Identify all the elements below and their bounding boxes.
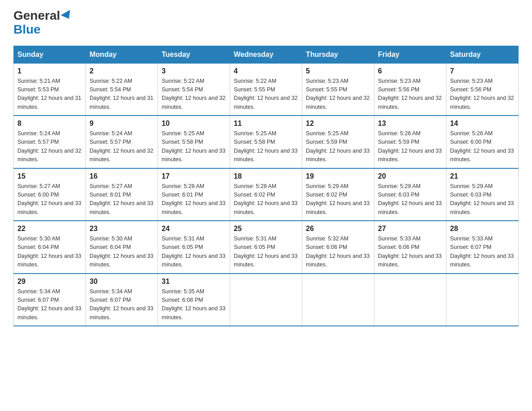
day-number: 8 <box>17 120 82 128</box>
weekday-header-friday: Friday <box>374 46 446 63</box>
weekday-header-sunday: Sunday <box>14 46 86 63</box>
calendar-cell: 6 Sunrise: 5:23 AMSunset: 5:56 PMDayligh… <box>374 63 446 116</box>
calendar-cell: 29 Sunrise: 5:34 AMSunset: 6:07 PMDaylig… <box>14 274 86 326</box>
calendar-cell: 18 Sunrise: 5:28 AMSunset: 6:02 PMDaylig… <box>230 168 302 221</box>
day-info: Sunrise: 5:35 AMSunset: 6:08 PMDaylight:… <box>162 288 225 321</box>
calendar-cell: 28 Sunrise: 5:33 AMSunset: 6:07 PMDaylig… <box>446 221 519 274</box>
day-info: Sunrise: 5:23 AMSunset: 5:55 PMDaylight:… <box>306 78 369 110</box>
calendar-cell <box>374 274 446 326</box>
calendar-cell: 4 Sunrise: 5:22 AMSunset: 5:55 PMDayligh… <box>230 63 302 116</box>
calendar-cell: 21 Sunrise: 5:29 AMSunset: 6:03 PMDaylig… <box>446 168 519 221</box>
day-info: Sunrise: 5:24 AMSunset: 5:57 PMDaylight:… <box>17 130 81 163</box>
calendar-cell: 23 Sunrise: 5:30 AMSunset: 6:04 PMDaylig… <box>86 221 158 274</box>
day-number: 15 <box>17 172 82 180</box>
weekday-header-tuesday: Tuesday <box>158 46 230 63</box>
calendar-cell: 10 Sunrise: 5:25 AMSunset: 5:58 PMDaylig… <box>158 116 230 168</box>
weekday-header-monday: Monday <box>86 46 158 63</box>
calendar-cell: 31 Sunrise: 5:35 AMSunset: 6:08 PMDaylig… <box>158 274 230 326</box>
day-info: Sunrise: 5:30 AMSunset: 6:04 PMDaylight:… <box>17 235 81 268</box>
day-info: Sunrise: 5:29 AMSunset: 6:02 PMDaylight:… <box>306 183 369 215</box>
day-info: Sunrise: 5:31 AMSunset: 6:05 PMDaylight:… <box>234 235 297 268</box>
weekday-header-saturday: Saturday <box>446 46 519 63</box>
logo-arrow-icon <box>61 10 74 21</box>
day-number: 30 <box>90 278 154 286</box>
calendar-cell: 13 Sunrise: 5:26 AMSunset: 5:59 PMDaylig… <box>374 116 446 168</box>
day-info: Sunrise: 5:21 AMSunset: 5:53 PMDaylight:… <box>17 78 81 110</box>
calendar-week-row: 1 Sunrise: 5:21 AMSunset: 5:53 PMDayligh… <box>14 63 519 116</box>
day-info: Sunrise: 5:26 AMSunset: 5:59 PMDaylight:… <box>378 130 442 163</box>
day-number: 28 <box>450 225 515 233</box>
calendar-cell <box>446 274 519 326</box>
calendar-week-row: 22 Sunrise: 5:30 AMSunset: 6:04 PMDaylig… <box>14 221 519 274</box>
day-number: 23 <box>90 225 154 233</box>
day-info: Sunrise: 5:24 AMSunset: 5:57 PMDaylight:… <box>90 130 153 163</box>
day-info: Sunrise: 5:22 AMSunset: 5:54 PMDaylight:… <box>162 78 225 110</box>
day-number: 31 <box>162 278 226 286</box>
calendar-week-row: 15 Sunrise: 5:27 AMSunset: 6:00 PMDaylig… <box>14 168 519 221</box>
day-number: 13 <box>378 120 442 128</box>
weekday-header-wednesday: Wednesday <box>230 46 302 63</box>
calendar-cell: 3 Sunrise: 5:22 AMSunset: 5:54 PMDayligh… <box>158 63 230 116</box>
day-info: Sunrise: 5:34 AMSunset: 6:07 PMDaylight:… <box>90 288 153 321</box>
calendar-week-row: 29 Sunrise: 5:34 AMSunset: 6:07 PMDaylig… <box>14 274 519 326</box>
calendar-cell <box>230 274 302 326</box>
day-number: 14 <box>450 120 515 128</box>
day-number: 9 <box>90 120 154 128</box>
day-number: 25 <box>234 225 298 233</box>
calendar-cell: 12 Sunrise: 5:25 AMSunset: 5:59 PMDaylig… <box>302 116 374 168</box>
calendar-cell: 14 Sunrise: 5:26 AMSunset: 6:00 PMDaylig… <box>446 116 519 168</box>
calendar-cell: 20 Sunrise: 5:29 AMSunset: 6:03 PMDaylig… <box>374 168 446 221</box>
weekday-header-thursday: Thursday <box>302 46 374 63</box>
calendar-table: SundayMondayTuesdayWednesdayThursdayFrid… <box>13 46 519 327</box>
day-info: Sunrise: 5:30 AMSunset: 6:04 PMDaylight:… <box>90 235 153 268</box>
day-number: 5 <box>306 67 370 75</box>
calendar-cell: 19 Sunrise: 5:29 AMSunset: 6:02 PMDaylig… <box>302 168 374 221</box>
calendar-cell: 1 Sunrise: 5:21 AMSunset: 5:53 PMDayligh… <box>14 63 86 116</box>
day-info: Sunrise: 5:25 AMSunset: 5:58 PMDaylight:… <box>162 130 225 163</box>
calendar-cell: 22 Sunrise: 5:30 AMSunset: 6:04 PMDaylig… <box>14 221 86 274</box>
page-header: General Blue <box>13 9 519 37</box>
calendar-cell: 5 Sunrise: 5:23 AMSunset: 5:55 PMDayligh… <box>302 63 374 116</box>
day-info: Sunrise: 5:33 AMSunset: 6:06 PMDaylight:… <box>378 235 442 268</box>
day-number: 4 <box>234 67 298 75</box>
calendar-cell: 11 Sunrise: 5:25 AMSunset: 5:58 PMDaylig… <box>230 116 302 168</box>
day-info: Sunrise: 5:33 AMSunset: 6:07 PMDaylight:… <box>450 235 514 268</box>
calendar-cell: 24 Sunrise: 5:31 AMSunset: 6:05 PMDaylig… <box>158 221 230 274</box>
day-number: 12 <box>306 120 370 128</box>
calendar-cell: 15 Sunrise: 5:27 AMSunset: 6:00 PMDaylig… <box>14 168 86 221</box>
day-info: Sunrise: 5:29 AMSunset: 6:03 PMDaylight:… <box>378 183 442 215</box>
calendar-cell: 16 Sunrise: 5:27 AMSunset: 6:01 PMDaylig… <box>86 168 158 221</box>
day-number: 2 <box>90 67 154 75</box>
day-number: 6 <box>378 67 442 75</box>
day-number: 18 <box>234 172 298 180</box>
day-info: Sunrise: 5:22 AMSunset: 5:55 PMDaylight:… <box>234 78 297 110</box>
day-info: Sunrise: 5:32 AMSunset: 6:06 PMDaylight:… <box>306 235 369 268</box>
calendar-cell: 27 Sunrise: 5:33 AMSunset: 6:06 PMDaylig… <box>374 221 446 274</box>
day-number: 7 <box>450 67 515 75</box>
day-info: Sunrise: 5:23 AMSunset: 5:56 PMDaylight:… <box>378 78 442 110</box>
calendar-cell <box>302 274 374 326</box>
calendar-cell: 8 Sunrise: 5:24 AMSunset: 5:57 PMDayligh… <box>14 116 86 168</box>
day-number: 17 <box>162 172 226 180</box>
calendar-cell: 25 Sunrise: 5:31 AMSunset: 6:05 PMDaylig… <box>230 221 302 274</box>
day-info: Sunrise: 5:27 AMSunset: 6:00 PMDaylight:… <box>17 183 81 215</box>
logo-blue-text: Blue <box>13 23 41 37</box>
day-info: Sunrise: 5:28 AMSunset: 6:02 PMDaylight:… <box>234 183 297 215</box>
day-info: Sunrise: 5:25 AMSunset: 5:59 PMDaylight:… <box>306 130 369 163</box>
day-info: Sunrise: 5:23 AMSunset: 5:56 PMDaylight:… <box>450 78 514 110</box>
day-number: 20 <box>378 172 442 180</box>
day-info: Sunrise: 5:29 AMSunset: 6:03 PMDaylight:… <box>450 183 514 215</box>
day-number: 29 <box>17 278 82 286</box>
calendar-week-row: 8 Sunrise: 5:24 AMSunset: 5:57 PMDayligh… <box>14 116 519 168</box>
day-info: Sunrise: 5:22 AMSunset: 5:54 PMDaylight:… <box>90 78 153 110</box>
day-info: Sunrise: 5:28 AMSunset: 6:01 PMDaylight:… <box>162 183 225 215</box>
day-number: 27 <box>378 225 442 233</box>
day-number: 11 <box>234 120 298 128</box>
day-info: Sunrise: 5:26 AMSunset: 6:00 PMDaylight:… <box>450 130 514 163</box>
day-number: 1 <box>17 67 82 75</box>
day-number: 19 <box>306 172 370 180</box>
logo-general-text: General <box>13 9 60 23</box>
day-number: 21 <box>450 172 515 180</box>
day-info: Sunrise: 5:34 AMSunset: 6:07 PMDaylight:… <box>17 288 81 321</box>
day-number: 24 <box>162 225 226 233</box>
